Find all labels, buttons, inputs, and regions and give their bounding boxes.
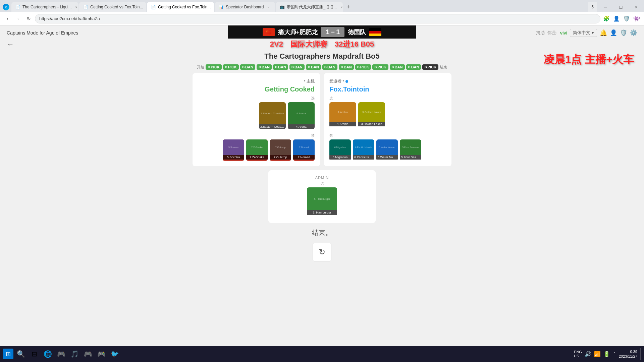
timeline-pick-5: G PICK [422,64,438,70]
taskbar-right-area: ENGUS 🔊 📶 🔋 ⌃ 0:39 2023/11/27 [574,348,641,360]
timeline-pick-2: G PICK [223,64,239,70]
team1-ban2-label: 7.ZeSnake [246,155,268,160]
taskbar-clock[interactable]: 0:39 2023/11/27 [619,349,637,359]
refresh-icon: ↻ [319,247,325,257]
app4-taskbar-icon[interactable]: 🎮 [82,348,94,360]
donate-link[interactable]: 捐助 [536,30,545,36]
team1-ban-1: 5.Socotra 5.Socotra [223,139,244,161]
tab-label-4: Spectator Dashboard [226,5,264,9]
new-tab-button[interactable]: + [343,2,353,12]
team2-picks-row: 1.Arabia 1.Arabia 3.Golden Lakes 3.Golde… [329,102,446,129]
team1-ban-3: 7.Outcrop 7.Outcrop [270,139,291,161]
team2-ban3-label: 6.Water Nomad [376,155,398,160]
team1-pick2-label: 4.Arena [288,124,315,129]
team2-guest-label: 受邀者 • [329,78,446,84]
battery-icon[interactable]: 🔋 [603,351,610,357]
timeline-pick-4: G PICK [372,64,388,70]
tab-spectator-dashboard[interactable]: 📊 Spectator Dashboard × [215,2,275,12]
browser-taskbar-icon[interactable]: 🌐 [42,348,54,360]
notification-icon[interactable]: 🔔 [600,29,607,37]
tab-close-2[interactable]: × [145,4,146,10]
stream-subtitle: 2V2 国际大师赛 32进16 B05 [270,39,374,50]
language-selector[interactable]: 简体中文 ▾ [570,29,597,37]
back-button[interactable]: ‹ [3,14,12,23]
taskview-button[interactable]: ⊟ [28,348,40,360]
network-icon[interactable]: 📶 [594,351,601,357]
start-button[interactable]: ⊞ [3,349,13,359]
team2-ban-4: 5.Four Seasons 5.Four Seasons [400,139,421,161]
tab-getting-cooked-1[interactable]: 📄 Getting Cooked vs Fox.Toin... × [79,2,146,12]
team2-picks-label: 选 [329,96,446,101]
nav-extra-btns: 🧩 👤 🛡️ 👾 [602,14,641,23]
team2-bans-row: 6.Migration 6.Migration 6.Pacific Island… [329,139,446,161]
taskbar: ⊞ 🔍 ⊟ 🌐 🎮 🎵 🎮 🎮 🐦 ENGUS 🔊 📶 🔋 ⌃ 0:39 202… [0,346,644,362]
search-taskbar[interactable]: 🔍 [15,348,27,360]
timeline-ban-6: G BAN [322,64,337,70]
tab-favicon-1: 📄 [15,5,20,9]
extensions-button[interactable]: 🧩 [602,14,611,23]
reload-button[interactable]: ↻ [24,14,34,23]
admin-pick1-label: 5. Hamburger [307,210,337,215]
volume-icon[interactable]: 🔊 [585,351,591,357]
back-to-draft-button[interactable]: ← [0,40,21,50]
tab-cartographers[interactable]: 📄 The Cartographers - Liqui... × [11,2,78,12]
team1-bans-row: 5.Socotra 5.Socotra 7.ZeSnake 7.ZeSnake … [198,139,315,161]
maximize-button[interactable]: □ [613,2,629,12]
team2-name: Fox.Tointoin [329,85,446,93]
tab-favicon-2: 📄 [83,5,88,9]
tab-getting-cooked-2[interactable]: 📄 Getting Cooked vs Fox.Toin... × [147,2,214,12]
lang-indicator: ENGUS [574,350,582,358]
page-site-title: Captains Mode for Age of Empires [7,30,78,36]
timeline-ban-1: G BAN [240,64,255,70]
minimize-button[interactable]: ─ [598,2,613,12]
timeline-ban-3: G BAN [273,64,288,70]
page-header-area: Captains Mode for Age of Empires 捐助 你是: … [0,25,644,40]
shield-nav-icon: 🛡️ [620,29,627,37]
tab-label-1: The Cartographers - Liqui... [22,5,72,9]
team1-picks-label: 选 [198,96,315,101]
admin-picks-row: 5. Hamburger 5. Hamburger [274,187,370,218]
timeline-ban-2: G BAN [257,64,272,70]
tab-close-3[interactable]: × [213,4,214,10]
tab-close-5[interactable]: × [339,4,343,10]
app6-taskbar-icon[interactable]: 🐦 [109,348,121,360]
team1-ban-2: 7.ZeSnake 7.ZeSnake [246,139,268,161]
team2-pick1-label: 1.Arabia [329,122,356,126]
timeline-end: 结束 [440,65,447,70]
address-bar[interactable]: https://aoe2cm.net/draft/mhaZa [35,14,600,23]
admin-label: ADMIN [274,176,370,180]
forward-button[interactable]: › [13,14,23,23]
app3-taskbar-icon[interactable]: 🎵 [68,348,80,360]
team1-pick-2: 4.Arena 4.Arena [288,102,315,129]
show-desktop-button[interactable] [640,348,641,360]
app5-taskbar-icon[interactable]: 🎮 [95,348,107,360]
team2-panel: 受邀者 • Fox.Tointoin 选 1.Arabia 1.Arabia 3… [324,73,451,166]
tab-close-1[interactable]: × [74,4,78,10]
settings-icon[interactable]: ⚙️ [630,29,637,37]
user-name: vivi [560,31,568,36]
timeline-ban-8: G BAN [390,64,405,70]
app2-taskbar-icon[interactable]: 🎮 [55,348,67,360]
tab-bar: e 📄 The Cartographers - Liqui... × 📄 Get… [0,0,644,12]
profile-button[interactable]: 👤 [612,14,621,23]
timeline-pick-3: G PICK [355,64,371,70]
tab-favicon-4: 📊 [219,5,224,9]
tab-chinese-stream[interactable]: 📺 帝国时代龙大师直播_旧旧... × [276,2,343,12]
timeline-ban-4: G BAN [289,64,305,70]
close-button[interactable]: × [629,2,644,12]
timeline-start: 开始 [197,65,204,70]
more-button[interactable]: 👾 [632,14,641,23]
user-avatar[interactable]: 👤 [610,29,617,37]
team1-pick-1: 2.Eastern Coastline 2.Eastern Coastline [259,102,286,129]
timeline-ban-5: G BAN [306,64,321,70]
panels-container: • 主机 Getting Cooked 选 2.Eastern Coastlin… [0,73,644,166]
chevron-up-icon[interactable]: ⌃ [613,352,616,356]
team2-ban2-label: 6.Pacific Islands [353,155,374,160]
team2-ban-2: 6.Pacific Islands 6.Pacific Islands [353,139,374,161]
guest-dot [345,80,348,83]
team1-ban4-label: 7.Nomad [293,155,315,160]
tab-close-4[interactable]: × [266,4,271,10]
admin-panel: ADMIN 选 5. Hamburger 5. Hamburger [268,170,376,223]
refresh-button[interactable]: ↻ [313,243,331,261]
team2-pick-1: 1.Arabia 1.Arabia [329,102,356,129]
